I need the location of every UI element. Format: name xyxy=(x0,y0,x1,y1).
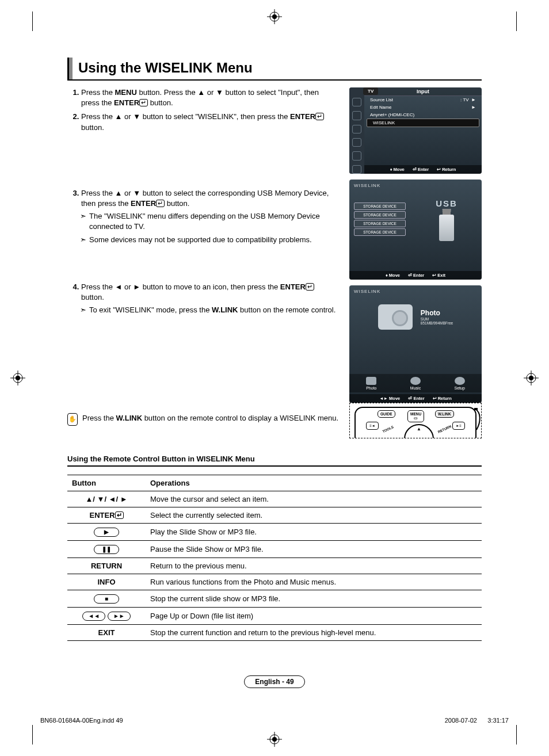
remote-wlink-button: W.LINK xyxy=(435,410,454,418)
table-header-button: Button xyxy=(67,475,146,491)
table-cell-op: Play the Slide Show or MP3 file. xyxy=(146,524,482,541)
play-icon: ▶ xyxy=(94,528,119,537)
footer-timestamp: 2008-07-02 3:31:17 xyxy=(445,717,509,724)
svg-rect-16 xyxy=(474,408,478,410)
osd-footer: ◄► Move ⏎ Enter ↩ Return xyxy=(349,394,482,403)
osd-footer: ♦ Move ⏎ Enter ↩ Return xyxy=(364,165,482,174)
osd-row-wiselink: WISELINK xyxy=(367,119,479,127)
osd-mode-music: Music xyxy=(410,377,421,390)
title-accent-bar xyxy=(67,58,73,79)
osd-photo-panel: WISELINK Photo SUM 851MB/994MBFree Photo… xyxy=(349,285,482,403)
osd-sidebar xyxy=(349,87,364,174)
osd-row-anynet: Anynet+ (HDMI-CEC) xyxy=(364,111,482,119)
remote-callout-icon xyxy=(474,408,482,431)
osd-wiselink-label: WISELINK xyxy=(354,183,477,188)
osd-tv-tab: TV xyxy=(363,87,378,95)
osd-sidebar-icon xyxy=(352,138,361,147)
crop-line xyxy=(32,725,33,744)
usb-stick-icon xyxy=(439,215,454,241)
osd-wiselink-label: WISELINK xyxy=(354,289,477,294)
osd-sidebar-icon xyxy=(352,98,361,106)
table-cell-button: ❚❚ xyxy=(67,541,146,558)
note-text: Press the W.LINK button on the remote co… xyxy=(82,413,338,423)
page-number: English - 49 xyxy=(67,675,482,688)
osd-hint-move: ◄► Move xyxy=(379,396,400,401)
enter-icon: ↵ xyxy=(115,511,124,519)
rewind-icon: ◄◄ xyxy=(82,612,105,621)
remote-side-button: ►≡ xyxy=(452,422,465,430)
table-cell-op: Stop the current slide show or MP3 file. xyxy=(146,590,482,608)
registration-mark-icon xyxy=(524,371,539,385)
table-cell-op: Return to the previous menu. xyxy=(146,558,482,574)
step-4: Press the ◄ or ► button to move to an ic… xyxy=(81,282,339,316)
registration-mark-icon xyxy=(267,732,282,747)
table-cell-button: ▶ xyxy=(67,524,146,541)
table-cell-op: Move the cursor and select an item. xyxy=(146,491,482,507)
osd-mode-setup: Setup xyxy=(455,377,465,390)
step-3-note-1: The "WISELINK" menu differs depending on… xyxy=(89,211,339,232)
osd-photo-info: Photo SUM 851MB/994MBFree xyxy=(421,309,453,325)
osd-storage-item: STORAGE DEVICE xyxy=(354,228,406,236)
osd-storage-item: STORAGE DEVICE xyxy=(354,211,406,219)
osd-storage-item: STORAGE DEVICE xyxy=(354,220,406,227)
camera-icon xyxy=(378,304,413,330)
crop-line xyxy=(516,725,517,744)
table-cell-button: RETURN xyxy=(67,558,146,574)
osd-hint-return: ↩ Return xyxy=(433,396,452,401)
osd-row-source-list: Source List : TV ► xyxy=(364,96,482,104)
crop-line xyxy=(516,12,517,31)
table-cell-op: Select the currently selected item. xyxy=(146,507,482,524)
osd-footer: ♦ Move ⏎ Enter ↩ Exit xyxy=(349,271,482,280)
music-mode-icon xyxy=(410,377,421,385)
osd-hint-enter: ⏎ Enter xyxy=(408,396,424,401)
osd-hint-enter: ⏎ Enter xyxy=(413,167,429,172)
remote-dpad xyxy=(404,424,434,438)
osd-hint-move: ♦ Move xyxy=(390,167,405,172)
enter-icon: ↵ xyxy=(139,99,148,106)
subheading: Using the Remote Control Button in WISEL… xyxy=(67,455,482,467)
osd-header: Input xyxy=(364,87,482,96)
table-cell-op: Page Up or Down (file list item) xyxy=(146,608,482,625)
setup-mode-icon xyxy=(455,377,465,385)
table-cell-op: Run various functions from the Photo and… xyxy=(146,574,482,590)
osd-sidebar-icon xyxy=(352,125,361,133)
osd-storage-panel: WISELINK STORAGE DEVICE STORAGE DEVICE S… xyxy=(349,180,482,280)
osd-input-panel: TV Input Source List : TV ► Edit Name► A… xyxy=(349,87,482,174)
step-1: Press the MENU button. Press the ▲ or ▼ … xyxy=(81,87,339,108)
table-cell-button: ■ xyxy=(67,590,146,608)
remote-tools-label: TOOLS xyxy=(382,425,394,433)
print-footer: BN68-01684A-00Eng.indd 49 2008-07-02 3:3… xyxy=(40,717,509,724)
step-4-note-1: To exit "WISELINK" mode, press the W.LIN… xyxy=(89,305,339,315)
enter-icon: ↵ xyxy=(315,113,324,120)
note-row: ✋ Press the W.LINK button on the remote … xyxy=(67,413,339,426)
photo-mode-icon xyxy=(366,377,376,385)
osd-sidebar-icon xyxy=(352,151,361,160)
footer-file: BN68-01684A-00Eng.indd 49 xyxy=(40,717,123,724)
remote-guide-button: GUIDE xyxy=(378,410,395,418)
step-3-note-2: Some devices may not be supported due to… xyxy=(89,235,339,245)
pause-icon: ❚❚ xyxy=(94,545,119,554)
enter-icon: ↵ xyxy=(156,200,165,207)
registration-mark-icon xyxy=(10,371,25,385)
table-cell-button: EXIT xyxy=(67,625,146,641)
osd-storage-list: STORAGE DEVICE STORAGE DEVICE STORAGE DE… xyxy=(354,203,406,237)
remote-note-icon: ✋ xyxy=(67,413,78,426)
fast-forward-icon: ►► xyxy=(108,612,131,621)
step-2: Press the ▲ or ▼ button to select "WISEL… xyxy=(81,112,339,184)
enter-icon: ↵ xyxy=(306,283,314,291)
remote-button-table: Button Operations ▲/ ▼/ ◄/ ► Move the cu… xyxy=(67,475,482,641)
osd-sidebar-icon xyxy=(352,165,361,174)
osd-hint-return: ↩ Return xyxy=(437,167,456,172)
osd-storage-item: STORAGE DEVICE xyxy=(354,203,406,210)
table-cell-button: ENTER↵ xyxy=(67,507,146,524)
step-3: Press the ▲ or ▼ button to select the co… xyxy=(81,188,339,278)
table-cell-button: ▲/ ▼/ ◄/ ► xyxy=(67,491,146,507)
remote-diagram: GUIDE MENU▭ W.LINK ≡◄ ►≡ TOOLS RETURN xyxy=(349,403,482,438)
osd-sidebar-icon xyxy=(352,111,361,120)
osd-hint-enter: ⏎ Enter xyxy=(408,273,424,278)
table-cell-op: Pause the Slide Show or MP3 file. xyxy=(146,541,482,558)
osd-usb-block: USB SUM xyxy=(416,198,477,241)
table-cell-op: Stop the current function and return to … xyxy=(146,625,482,641)
crop-line xyxy=(32,12,33,31)
remote-menu-button: MENU▭ xyxy=(407,410,424,422)
